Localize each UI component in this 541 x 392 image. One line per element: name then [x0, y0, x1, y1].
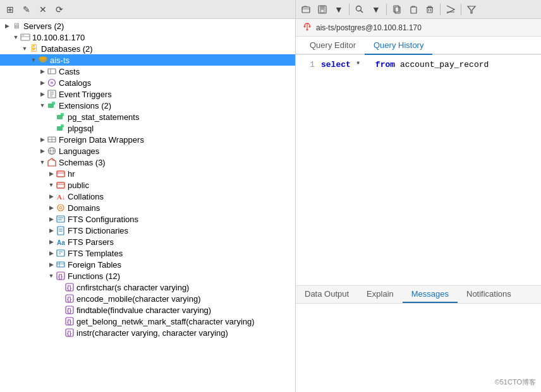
fts-config-node[interactable]: ▶ FTS Configurations — [0, 213, 295, 225]
expand-languages[interactable]: ▶ — [38, 146, 47, 155]
delete-btn[interactable] — [422, 2, 437, 17]
kw-from: from — [375, 60, 395, 69]
foreign-tables-icon — [56, 259, 66, 270]
ext-plpgsql-node[interactable]: plpgsql — [0, 122, 295, 134]
toolbar-btn-1[interactable]: ⊞ — [3, 2, 18, 17]
domains-node[interactable]: ▶ Domains — [0, 202, 295, 213]
hr-icon — [56, 169, 66, 179]
toolbar-sep-1 — [349, 4, 350, 15]
extensions-node[interactable]: ▼ Extensions (2) — [0, 100, 295, 111]
foreign-tables-label: Foreign Tables — [68, 260, 121, 270]
svg-point-65 — [356, 6, 362, 11]
server-ip-node[interactable]: ▼ 10.100.81.170 — [0, 32, 295, 43]
fdw-icon — [47, 134, 57, 145]
fdw-node[interactable]: ▶ Foreign Data Wrappers — [0, 134, 295, 145]
tab-explain[interactable]: Explain — [358, 286, 403, 303]
fn3-node[interactable]: {} findtable(findvalue character varying… — [0, 304, 295, 316]
fn3-label: findtable(findvalue character varying) — [76, 306, 211, 315]
expand-domains[interactable]: ▶ — [47, 203, 56, 212]
expand-databases[interactable]: ▼ — [20, 44, 29, 53]
bottom-tabs-bar: Data Output Explain Messages Notificatio… — [296, 285, 541, 304]
expand-public[interactable]: ▼ — [47, 181, 56, 189]
fts-dict-node[interactable]: ▶ FTS Dictionaries — [0, 225, 295, 236]
tab-notifications[interactable]: Notifications — [458, 286, 520, 303]
fn2-node[interactable]: {} encode_mobile(character varying) — [0, 293, 295, 304]
filter-btn[interactable] — [464, 2, 479, 17]
tab-data-output[interactable]: Data Output — [296, 286, 358, 303]
open-file-btn[interactable] — [298, 2, 313, 17]
fts-parsers-label: FTS Parsers — [68, 237, 114, 247]
functions-label: Functions (12) — [68, 271, 120, 281]
expand-casts[interactable]: ▶ — [38, 67, 47, 76]
schemas-icon — [47, 157, 57, 167]
fts-templates-node[interactable]: ▶ FTS Templates — [0, 247, 295, 259]
toolbar-btn-3[interactable]: ✕ — [35, 2, 51, 17]
save-file-btn[interactable] — [315, 2, 330, 17]
catalogs-node[interactable]: ▶ Catalogs — [0, 77, 295, 88]
svg-point-34 — [58, 205, 64, 211]
copy-btn[interactable] — [389, 2, 404, 17]
ext-pg-stat-node[interactable]: pg_stat_statements — [0, 111, 295, 122]
fts-parsers-node[interactable]: ▶ Aa FTS Parsers — [0, 236, 295, 247]
toolbar-btn-4[interactable]: ⟳ — [52, 2, 67, 17]
ais-ts-node[interactable]: ▼ ais-ts — [0, 54, 295, 66]
expand-collations[interactable]: ▶ — [47, 192, 56, 201]
expand-servers[interactable]: ▶ — [3, 21, 11, 30]
casts-node[interactable]: ▶ Casts — [0, 66, 295, 77]
expand-fts-parsers[interactable]: ▶ — [47, 237, 56, 246]
public-node[interactable]: ▼ public — [0, 179, 295, 191]
fn4-node[interactable]: {} get_belong_netwk_mark_staff(character… — [0, 316, 295, 327]
event-triggers-node[interactable]: ▶ Event Triggers — [0, 88, 295, 100]
hr-node[interactable]: ▶ hr — [0, 168, 295, 179]
tab-messages[interactable]: Messages — [403, 286, 458, 303]
servers-label: Servers (2) — [23, 21, 64, 31]
svg-text:{}: {} — [67, 319, 72, 325]
ext-pg-stat-icon — [56, 112, 66, 122]
save-dropdown-btn[interactable]: ▼ — [331, 2, 346, 17]
servers-node[interactable]: ▶ 🖥 Servers (2) — [0, 20, 295, 32]
databases-node[interactable]: ▼ 🗄 Databases (2) — [0, 43, 295, 54]
hr-label: hr — [68, 169, 75, 179]
collations-node[interactable]: ▶ A↓ Collations — [0, 191, 295, 202]
expand-schemas[interactable]: ▼ — [38, 158, 47, 167]
tab-query-editor[interactable]: Query Editor — [301, 37, 365, 55]
fn5-node[interactable]: {} instr(character varying, character va… — [0, 327, 295, 338]
toolbar-btn-2[interactable]: ✎ — [19, 2, 34, 17]
search-btn[interactable] — [352, 2, 367, 17]
expand-fts-dict[interactable]: ▶ — [47, 226, 56, 235]
expand-extensions[interactable]: ▼ — [38, 101, 47, 110]
expand-server-ip[interactable]: ▼ — [11, 33, 20, 42]
search-dropdown-btn[interactable]: ▼ — [368, 2, 384, 17]
fn1-icon: {} — [64, 282, 75, 292]
editor-area[interactable]: 1 select * from account_pay_record — [296, 55, 541, 285]
op-star: * — [356, 60, 370, 69]
fts-templates-label: FTS Templates — [68, 249, 123, 258]
expand-ais-ts[interactable]: ▼ — [29, 56, 38, 64]
expand-fts-config[interactable]: ▶ — [47, 215, 56, 223]
expand-event-triggers[interactable]: ▶ — [38, 90, 47, 98]
svg-point-77 — [304, 26, 306, 28]
extensions-icon — [47, 100, 57, 110]
expand-hr[interactable]: ▶ — [47, 169, 56, 178]
functions-icon: {} — [56, 271, 66, 281]
fn1-node[interactable]: {} cnfirstchar(s character varying) — [0, 282, 295, 293]
schemas-node[interactable]: ▼ Schemas (3) — [0, 157, 295, 168]
svg-point-2 — [22, 35, 23, 35]
expand-fts-templates[interactable]: ▶ — [47, 249, 56, 258]
expand-catalogs[interactable]: ▶ — [38, 78, 47, 87]
foreign-tables-node[interactable]: ▶ Foreign Tables — [0, 259, 295, 270]
paste-btn[interactable] — [406, 2, 421, 17]
expand-fdw[interactable]: ▶ — [38, 135, 47, 144]
fn2-icon: {} — [64, 294, 75, 304]
functions-node[interactable]: ▼ {} Functions (12) — [0, 270, 295, 282]
expand-foreign-tables[interactable]: ▶ — [47, 260, 56, 269]
svg-marker-75 — [468, 6, 475, 13]
tab-query-history[interactable]: Query History — [365, 37, 432, 55]
domains-label: Domains — [68, 203, 100, 213]
expand-functions[interactable]: ▼ — [47, 271, 56, 280]
languages-node[interactable]: ▶ Languages — [0, 145, 295, 157]
fn5-label: instr(character varying, character varyi… — [76, 328, 228, 338]
fts-dict-icon — [56, 225, 66, 235]
execute-btn[interactable] — [443, 2, 458, 17]
svg-rect-29 — [57, 171, 64, 177]
